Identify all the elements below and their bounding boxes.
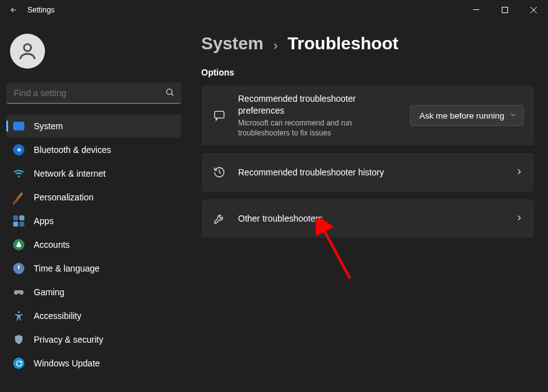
chevron-right-icon — [515, 213, 524, 224]
privacy-icon — [12, 333, 25, 346]
breadcrumb: System › Troubleshoot — [201, 34, 534, 54]
apps-icon — [12, 215, 25, 227]
search-input[interactable] — [6, 82, 181, 104]
avatar — [10, 34, 45, 69]
feedback-icon — [212, 109, 227, 122]
sidebar-item-label: Gaming — [34, 287, 64, 297]
gaming-icon — [12, 286, 25, 298]
chevron-down-icon — [509, 111, 517, 120]
sidebar-item-bluetooth[interactable]: ⁕ Bluetooth & devices — [6, 139, 181, 161]
sidebar-item-system[interactable]: System — [6, 115, 181, 137]
wrench-icon — [212, 212, 227, 225]
svg-rect-0 — [473, 9, 479, 10]
sidebar-item-label: System — [34, 121, 63, 131]
network-icon — [12, 167, 25, 180]
breadcrumb-current: Troubleshoot — [287, 34, 398, 54]
card-troubleshooter-preferences: Recommended troubleshooter preferences M… — [201, 85, 534, 146]
windows-update-icon — [12, 357, 25, 370]
breadcrumb-parent[interactable]: System — [201, 34, 264, 54]
sidebar-item-label: Bluetooth & devices — [34, 145, 111, 155]
sidebar-item-windows-update[interactable]: Windows Update — [6, 352, 181, 375]
sidebar-item-label: Network & internet — [34, 169, 106, 179]
sidebar-item-label: Windows Update — [34, 358, 100, 368]
accessibility-icon — [12, 310, 25, 322]
svg-point-2 — [24, 44, 31, 51]
sidebar-item-time-language[interactable]: Time & language — [6, 257, 181, 280]
svg-rect-1 — [502, 7, 508, 13]
sidebar-item-label: Time & language — [34, 263, 99, 273]
history-icon — [212, 166, 227, 179]
card-title: Other troubleshooters — [238, 213, 504, 225]
time-language-icon — [12, 262, 25, 275]
card-other-troubleshooters[interactable]: Other troubleshooters — [201, 198, 534, 238]
nav-list: System ⁕ Bluetooth & devices Network & i… — [6, 115, 181, 375]
app-title: Settings — [27, 6, 54, 14]
dropdown-value: Ask me before running — [419, 111, 504, 120]
title-bar: Settings — [0, 0, 548, 20]
svg-rect-5 — [215, 111, 224, 118]
search-box[interactable] — [6, 82, 181, 104]
sidebar-item-accessibility[interactable]: Accessibility — [6, 305, 181, 327]
card-subtitle: Microsoft can recommend and run troubles… — [238, 118, 399, 138]
sidebar-item-label: Accessibility — [34, 311, 81, 321]
sidebar: System ⁕ Bluetooth & devices Network & i… — [0, 20, 187, 392]
sidebar-item-label: Apps — [34, 216, 54, 226]
minimize-button[interactable] — [462, 0, 491, 20]
breadcrumb-separator-icon: › — [274, 38, 278, 52]
sidebar-item-apps[interactable]: Apps — [6, 210, 181, 232]
content-pane: System › Troubleshoot Options Recommende… — [187, 20, 548, 392]
bluetooth-icon: ⁕ — [12, 144, 25, 156]
back-button[interactable] — [4, 0, 24, 20]
sidebar-item-label: Personalization — [34, 192, 94, 202]
svg-point-4 — [18, 311, 20, 313]
system-icon — [12, 120, 25, 132]
sidebar-item-personalization[interactable]: Personalization — [6, 186, 181, 208]
profile-block[interactable] — [6, 26, 181, 72]
close-button[interactable] — [519, 0, 548, 20]
preferences-dropdown[interactable]: Ask me before running — [410, 105, 524, 126]
search-icon — [165, 87, 175, 99]
sidebar-item-accounts[interactable]: Accounts — [6, 233, 181, 256]
svg-point-3 — [167, 89, 172, 95]
sidebar-item-gaming[interactable]: Gaming — [6, 281, 181, 303]
card-title: Recommended troubleshooter preferences — [238, 93, 399, 117]
personalization-icon — [12, 191, 25, 203]
sidebar-item-privacy-security[interactable]: Privacy & security — [6, 328, 181, 351]
sidebar-item-label: Accounts — [34, 240, 70, 250]
section-heading: Options — [201, 67, 534, 77]
card-troubleshooter-history[interactable]: Recommended troubleshooter history — [201, 152, 534, 192]
chevron-right-icon — [515, 167, 524, 178]
sidebar-item-label: Privacy & security — [34, 335, 103, 345]
accounts-icon — [12, 238, 25, 251]
maximize-button[interactable] — [491, 0, 519, 20]
sidebar-item-network[interactable]: Network & internet — [6, 162, 181, 185]
card-title: Recommended troubleshooter history — [238, 167, 504, 179]
